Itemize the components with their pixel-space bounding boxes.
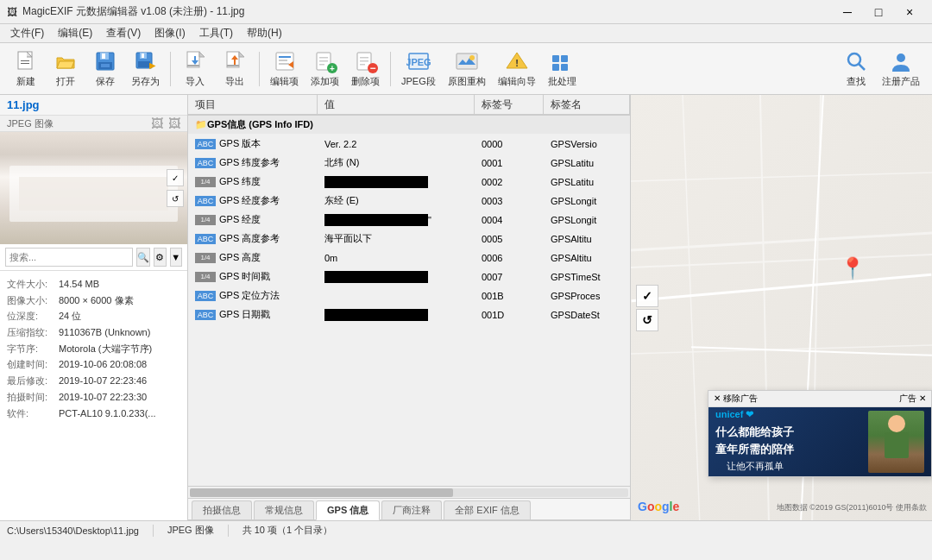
prop-filesize: 文件大小: 14.54 MB: [7, 276, 180, 293]
status-filepath: C:\Users\15340\Desktop\11.jpg: [7, 525, 139, 536]
tab-allexif[interactable]: 全部 EXIF 信息: [444, 500, 531, 519]
table-row[interactable]: ABC GPS 定位方法 001B GPSProces: [188, 286, 630, 305]
redacted-value: [324, 309, 428, 321]
status-sep-1: [153, 525, 154, 537]
new-icon: [12, 49, 40, 73]
table-row[interactable]: 1/4 GPS 经度 " 0004 GPSLongit: [188, 211, 630, 230]
menu-help[interactable]: 帮助(H): [240, 24, 289, 42]
row-tagnum-cell: 0000: [475, 137, 544, 151]
search-bar: 🔍 ⚙ ▼: [0, 244, 187, 271]
table-row[interactable]: ABC GPS 日期戳 001D GPSDateSt: [188, 305, 630, 324]
svg-rect-37: [360, 64, 365, 66]
tab-general[interactable]: 常规信息: [254, 500, 314, 519]
export-button[interactable]: 导出: [216, 47, 254, 91]
table-section: 项目 值 标签号 标签名 📁 GPS信息 (GPS Info IFD): [188, 95, 630, 520]
ad-child-image: [868, 411, 924, 473]
content-row: 项目 值 标签号 标签名 📁 GPS信息 (GPS Info IFD): [188, 95, 932, 520]
quote-suffix: ": [428, 215, 431, 225]
prop-software: 软件: PCT-AL10 9.1.0.233(...: [7, 406, 180, 422]
type-abc-icon: ABC: [195, 310, 216, 320]
saveas-button[interactable]: ▶ 另存为: [126, 47, 165, 91]
row-tagname-cell: GPSLongit: [544, 194, 630, 208]
group-icon-cell: 📁 GPS信息 (GPS Info IFD): [188, 116, 318, 133]
close-button[interactable]: ×: [894, 0, 925, 24]
type-num-icon: 1/4: [195, 177, 216, 187]
svg-rect-31: [319, 64, 324, 66]
import-button[interactable]: 导入: [176, 47, 214, 91]
prop-depth: 位深度: 24 位: [7, 308, 180, 324]
menu-edit[interactable]: 编辑(E): [51, 24, 99, 42]
table-row[interactable]: ABC GPS 纬度参考 北纬 (N) 0001 GPSLatitu: [188, 154, 630, 173]
thumb-undo-button[interactable]: ↺: [167, 190, 184, 207]
horizontal-scrollbar[interactable]: [188, 486, 630, 498]
row-value-cell: 0m: [318, 251, 475, 265]
addfield-icon: +: [312, 49, 339, 73]
table-row[interactable]: ABC GPS 高度参考 海平面以下 0005 GPSAltitu: [188, 230, 630, 249]
menu-file[interactable]: 文件(F): [3, 24, 51, 42]
search-tool-button[interactable]: 查找: [837, 47, 875, 91]
delfield-button[interactable]: − 删除项: [346, 47, 385, 91]
new-button[interactable]: 新建: [7, 47, 45, 91]
import-icon: [181, 49, 209, 73]
row-tagnum-cell: 0001: [475, 156, 544, 170]
row-tagnum-cell: 0004: [475, 213, 544, 227]
maximize-button[interactable]: □: [863, 0, 894, 24]
row-item-cell: 1/4 GPS 时间戳: [188, 268, 318, 285]
table-row[interactable]: 1/4 GPS 纬度 0002 GPSLatitu: [188, 173, 630, 192]
open-button[interactable]: 打开: [47, 47, 85, 91]
saveas-label: 另存为: [131, 75, 160, 88]
register-icon: [887, 49, 915, 73]
menu-image[interactable]: 图像(I): [148, 24, 192, 42]
prop-fingerprint: 压缩指纹: 9110367B (Unknown): [7, 324, 180, 341]
row-tagname-cell: GPSDateSt: [544, 308, 630, 322]
editfield-button[interactable]: 编辑项: [265, 47, 304, 91]
tab-capture[interactable]: 拍摄信息: [192, 500, 252, 519]
more-button[interactable]: ▼: [170, 248, 183, 267]
minimize-button[interactable]: ─: [832, 0, 863, 24]
table-row[interactable]: ABC GPS 版本 Ver. 2.2 0000 GPSVersio: [188, 135, 630, 154]
filter-button[interactable]: ⚙: [154, 248, 167, 267]
ad-header: ✕ 移除广告 广告 ✕: [708, 391, 931, 407]
svg-text:JPEG: JPEG: [406, 57, 431, 67]
prop-created: 创建时间: 2019-10-06 20:08:08: [7, 356, 180, 373]
row-value-cell: 北纬 (N): [318, 154, 475, 171]
row-item-cell: 1/4 GPS 高度: [188, 249, 318, 266]
svg-text:!: !: [515, 58, 519, 68]
menu-view[interactable]: 查看(V): [99, 24, 148, 42]
table-row[interactable]: 1/4 GPS 高度 0m 0006 GPSAltitu: [188, 249, 630, 267]
guide-button[interactable]: ! 编辑向导: [493, 47, 541, 91]
table-row[interactable]: 1/4 GPS 时间戳 0007 GPSTimeSt: [188, 267, 630, 286]
export-icon: [221, 49, 249, 73]
original-button[interactable]: 原图重构: [443, 47, 491, 91]
row-tagnum-cell: 0006: [475, 251, 544, 265]
batch-button[interactable]: 批处理: [543, 47, 582, 91]
tab-gps[interactable]: GPS 信息: [316, 500, 380, 520]
type-abc-icon: ABC: [195, 291, 216, 301]
map-undo-button[interactable]: ↺: [636, 309, 658, 331]
register-button[interactable]: 注册产品: [877, 47, 925, 91]
save-button[interactable]: 保存: [86, 47, 124, 91]
table-body[interactable]: 📁 GPS信息 (GPS Info IFD) ABC GPS 版本: [188, 116, 630, 486]
thumb-checkmark-button[interactable]: ✓: [167, 169, 184, 186]
row-item-cell: 1/4 GPS 纬度: [188, 173, 318, 190]
svg-rect-26: [279, 63, 289, 65]
svg-rect-22: [234, 59, 236, 65]
table-row[interactable]: ABC GPS 经度参考 东经 (E) 0003 GPSLongit: [188, 192, 630, 211]
search-input[interactable]: [5, 248, 133, 267]
svg-line-57: [683, 95, 700, 520]
scroll-thumb[interactable]: [190, 488, 453, 497]
svg-rect-49: [561, 64, 568, 71]
svg-text:▶: ▶: [149, 61, 156, 70]
map-checkmark-button[interactable]: ✓: [636, 285, 658, 307]
jpeg-button[interactable]: JPEG JPEG段: [396, 47, 441, 91]
group-row-gps[interactable]: 📁 GPS信息 (GPS Info IFD): [188, 116, 630, 135]
menu-tools[interactable]: 工具(T): [192, 24, 240, 42]
col-item-header: 项目: [188, 95, 318, 114]
app-icon: 🖼: [7, 6, 17, 18]
google-o2: o: [654, 500, 662, 513]
tab-maker[interactable]: 厂商注释: [381, 500, 442, 519]
google-logo: Google: [638, 500, 679, 513]
svg-rect-17: [194, 56, 196, 62]
addfield-button[interactable]: + 添加项: [305, 47, 344, 91]
search-button[interactable]: 🔍: [136, 248, 150, 267]
